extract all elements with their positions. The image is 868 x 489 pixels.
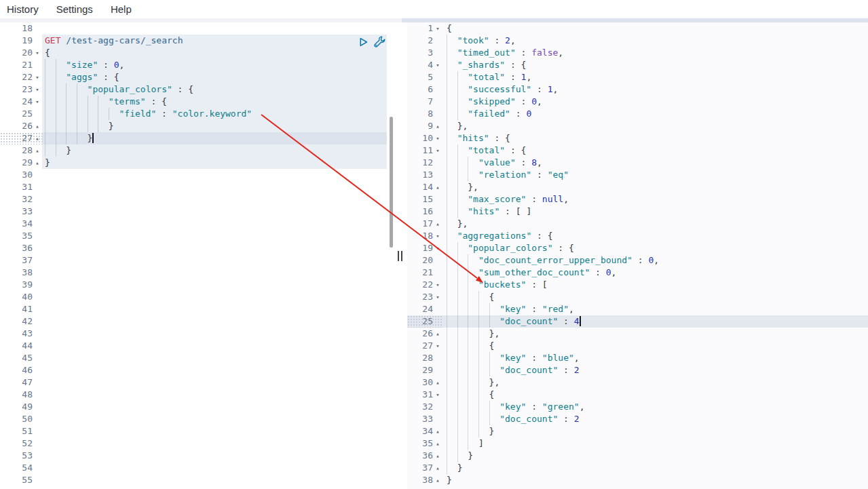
fold-open-icon[interactable]: ▾ <box>33 47 42 59</box>
fold-close-icon[interactable]: ▴ <box>433 437 442 450</box>
request-code-area[interactable] <box>42 206 387 218</box>
fold-open-icon[interactable]: ▾ <box>33 71 42 83</box>
fold-close-icon[interactable]: ▴ <box>433 218 442 230</box>
request-code-area[interactable]: } <box>42 120 387 132</box>
request-code-area[interactable] <box>42 462 387 474</box>
request-editor[interactable]: 1819GET /test-agg-cars/_search20▾{21"siz… <box>0 22 387 489</box>
fold-open-icon[interactable]: ▾ <box>433 144 442 157</box>
request-code-area[interactable]: } <box>42 157 387 169</box>
request-code-area[interactable] <box>42 193 387 206</box>
request-code-area[interactable] <box>42 181 387 193</box>
request-code-area[interactable] <box>42 401 387 413</box>
request-code-area[interactable] <box>42 22 387 35</box>
response-code-area[interactable]: "skipped" : 0, <box>442 96 868 108</box>
fold-close-icon[interactable]: ▴ <box>433 328 442 340</box>
request-code-area[interactable] <box>42 218 387 230</box>
request-code-area[interactable] <box>42 328 387 340</box>
response-code-area[interactable]: "popular_colors" : { <box>442 242 868 254</box>
request-code-area[interactable] <box>42 450 387 462</box>
menu-item-settings[interactable]: Settings <box>56 3 93 15</box>
response-code-area[interactable]: "buckets" : [ <box>442 279 868 291</box>
fold-close-icon[interactable]: ▴ <box>433 120 442 132</box>
response-code-area[interactable]: "total" : 1, <box>442 71 868 83</box>
fold-open-icon[interactable]: ▾ <box>433 242 442 254</box>
fold-close-icon[interactable]: ▴ <box>433 181 442 193</box>
response-code-area[interactable]: } <box>442 450 868 462</box>
response-code-area[interactable]: "_shards" : { <box>442 59 868 71</box>
fold-open-icon[interactable]: ▾ <box>433 291 442 303</box>
response-viewer[interactable]: 1▾{2"took" : 2,3"timed_out" : false,4▾"_… <box>407 22 868 489</box>
response-code-area[interactable]: { <box>442 340 868 352</box>
request-code-area[interactable]: } <box>42 132 387 144</box>
response-code-area[interactable]: "aggregations" : { <box>442 230 868 242</box>
request-code-area[interactable]: "popular_colors" : { <box>42 83 387 96</box>
fold-close-icon[interactable]: ▴ <box>433 450 442 462</box>
fold-open-icon[interactable]: ▾ <box>433 279 442 291</box>
fold-close-icon[interactable]: ▴ <box>433 425 442 437</box>
fold-open-icon[interactable]: ▾ <box>433 59 442 71</box>
fold-close-icon[interactable]: ▴ <box>33 132 42 144</box>
response-code-area[interactable]: { <box>442 389 868 401</box>
response-code-area[interactable]: }, <box>442 376 868 389</box>
response-code-area[interactable]: }, <box>442 218 868 230</box>
response-code-area[interactable]: { <box>442 22 868 35</box>
request-code-area[interactable] <box>42 437 387 450</box>
response-code-area[interactable]: } <box>442 474 868 486</box>
fold-open-icon[interactable]: ▾ <box>33 96 42 108</box>
response-code-area[interactable]: "max_score" : null, <box>442 193 868 206</box>
response-code-area[interactable]: ] <box>442 437 868 450</box>
fold-open-icon[interactable]: ▾ <box>433 389 442 401</box>
fold-open-icon[interactable]: ▾ <box>433 230 442 242</box>
fold-close-icon[interactable]: ▴ <box>33 157 42 169</box>
request-code-area[interactable]: "field" : "color.keyword" <box>42 108 387 120</box>
menu-item-history[interactable]: History <box>7 3 39 15</box>
request-code-area[interactable] <box>42 315 387 328</box>
fold-close-icon[interactable]: ▴ <box>33 120 42 132</box>
request-code-area[interactable] <box>42 242 387 254</box>
response-code-area[interactable]: "key" : "green", <box>442 401 868 413</box>
response-code-area[interactable]: "hits" : { <box>442 132 868 144</box>
request-code-area[interactable] <box>42 340 387 352</box>
response-code-area[interactable]: "successful" : 1, <box>442 83 868 96</box>
request-code-area[interactable]: "aggs" : { <box>42 71 387 83</box>
request-code-area[interactable]: { <box>42 47 387 59</box>
request-code-area[interactable] <box>42 267 387 279</box>
request-code-area[interactable] <box>42 169 387 181</box>
request-code-area[interactable] <box>42 352 387 364</box>
fold-close-icon[interactable]: ▴ <box>33 144 42 157</box>
response-code-area[interactable]: "failed" : 0 <box>442 108 868 120</box>
send-request-button[interactable] <box>357 36 369 48</box>
request-code-area[interactable] <box>42 389 387 401</box>
request-code-area[interactable] <box>42 425 387 437</box>
fold-close-icon[interactable]: ▴ <box>433 474 442 486</box>
response-code-area[interactable]: "hits" : [ ] <box>442 206 868 218</box>
request-editor-scrollbar[interactable] <box>390 117 393 248</box>
response-code-area[interactable]: "key" : "red", <box>442 303 868 315</box>
request-code-area[interactable] <box>42 291 387 303</box>
request-code-area[interactable] <box>42 474 387 486</box>
fold-open-icon[interactable]: ▾ <box>33 83 42 96</box>
pane-split-handle[interactable] <box>398 251 404 262</box>
request-code-area[interactable]: } <box>42 144 387 157</box>
request-code-area[interactable] <box>42 303 387 315</box>
fold-close-icon[interactable]: ▴ <box>433 376 442 389</box>
response-code-area[interactable]: "relation" : "eq" <box>442 169 868 181</box>
response-code-area[interactable]: }, <box>442 120 868 132</box>
response-code-area[interactable]: "doc_count" : 2 <box>442 364 868 376</box>
request-code-area[interactable]: "terms" : { <box>42 96 387 108</box>
response-code-area[interactable]: } <box>442 462 868 474</box>
fold-open-icon[interactable]: ▾ <box>433 22 442 35</box>
fold-open-icon[interactable]: ▾ <box>433 340 442 352</box>
fold-close-icon[interactable]: ▴ <box>433 462 442 474</box>
response-code-area[interactable]: } <box>442 425 868 437</box>
request-code-area[interactable] <box>42 254 387 267</box>
response-code-area[interactable]: "doc_count_error_upper_bound" : 0, <box>442 254 868 267</box>
response-code-area[interactable]: { <box>442 291 868 303</box>
response-code-area[interactable]: "timed_out" : false, <box>442 47 868 59</box>
response-code-area[interactable]: "total" : { <box>442 144 868 157</box>
response-code-area[interactable]: "took" : 2, <box>442 35 868 47</box>
request-code-area[interactable] <box>42 376 387 389</box>
request-code-area[interactable] <box>42 364 387 376</box>
request-code-area[interactable]: GET /test-agg-cars/_search <box>42 35 387 47</box>
response-code-area[interactable]: "key" : "blue", <box>442 352 868 364</box>
